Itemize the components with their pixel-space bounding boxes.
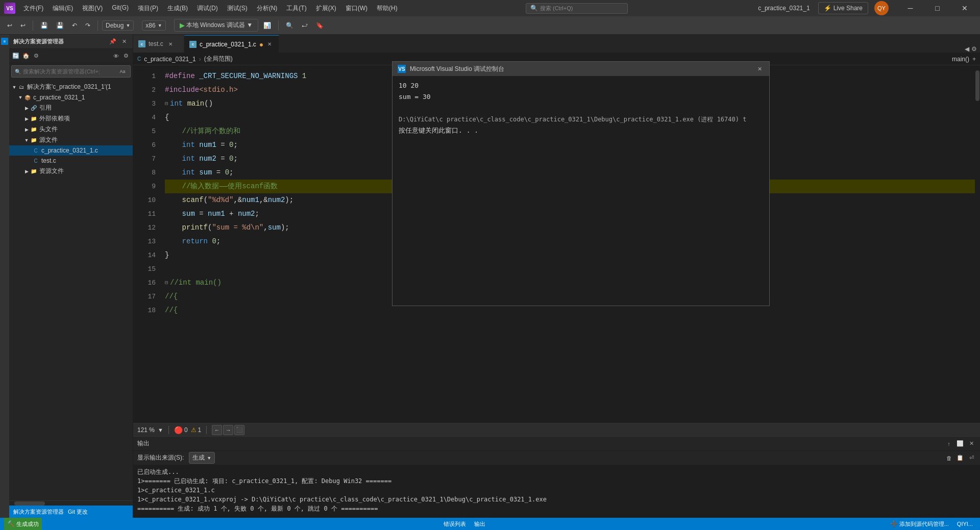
tab-tool-left-btn[interactable]: ◀ (965, 45, 969, 53)
external-deps-item[interactable]: ▶ 📁 外部依赖项 (9, 113, 133, 124)
test-file-item[interactable]: C test.c (9, 156, 133, 166)
status-user[interactable]: QIYI... (954, 518, 976, 530)
solution-explorer: 解决方案资源管理器 📌 ✕ 🔄 🏠 ⚙ 👁 ⚙ 🔍 Aa (9, 35, 133, 518)
toolbar-undo-btn[interactable]: ↶ (69, 20, 80, 31)
editor-vscrollbar-thumb[interactable] (975, 70, 979, 101)
toolbar-nav-btn[interactable]: ⮐ (299, 20, 311, 31)
nav-next-btn[interactable]: → (223, 425, 233, 435)
tab-c-practice[interactable]: c c_practice_0321_1.c ● ✕ (184, 35, 279, 53)
nav-prev-btn[interactable]: ← (212, 425, 222, 435)
toolbar-forward-btn[interactable]: ↩ (17, 20, 29, 31)
menu-file[interactable]: 文件(F) (19, 2, 47, 15)
debug-console-close[interactable]: ✕ (755, 64, 764, 73)
maximize-button[interactable]: □ (926, 0, 949, 16)
menu-tools[interactable]: 工具(T) (282, 2, 310, 15)
toolbar-properties-btn[interactable]: ⚙ (121, 52, 131, 61)
menu-window[interactable]: 窗口(W) (341, 2, 372, 15)
menu-edit[interactable]: 编辑(E) (48, 2, 77, 15)
editor-vscrollbar[interactable] (975, 65, 980, 423)
nav-extra-btn[interactable]: ⬛ (234, 425, 244, 435)
breadcrumb-function[interactable]: main() (952, 56, 969, 63)
output-word-wrap-btn[interactable]: ⏎ (967, 453, 976, 463)
fold-icon-3[interactable]: ⊟ (165, 97, 168, 111)
output-copy-btn[interactable]: 📋 (955, 453, 965, 463)
user-label: QIYI... (957, 521, 973, 527)
activity-bar-icon[interactable]: ≡ (1, 38, 8, 45)
warning-indicator[interactable]: ⚠ 1 (191, 426, 202, 434)
tab-test-c[interactable]: c test.c ✕ (133, 35, 184, 53)
output-source-dropdown[interactable]: 生成 ▼ (189, 452, 215, 464)
project-item[interactable]: ▼ 📦 c_practice_0321_1 (9, 92, 133, 103)
minimize-button[interactable]: ─ (899, 0, 922, 16)
menu-test[interactable]: 测试(S) (223, 2, 252, 15)
toolbar-home-btn[interactable]: 🏠 (21, 52, 31, 61)
platform-dropdown[interactable]: x86 ▼ (142, 20, 165, 31)
menu-help[interactable]: 帮助(H) (373, 2, 402, 15)
comma-10: ,& (233, 193, 242, 207)
comment-16: //int main() (170, 276, 222, 290)
breadcrumb-scope[interactable]: (全局范围) (204, 55, 233, 63)
user-avatar[interactable]: QY (874, 1, 889, 15)
status-build-success[interactable]: 🔨 生成成功 (4, 518, 42, 530)
bottom-panel-maximize-btn[interactable]: ⬜ (955, 439, 965, 448)
bottom-panel-expand-btn[interactable]: ↑ (944, 439, 953, 448)
panel-close-btn[interactable]: ✕ (119, 37, 129, 46)
source-files-item[interactable]: ▼ 📁 源文件 (9, 135, 133, 145)
toolbar-performance-btn[interactable]: 📊 (260, 20, 274, 31)
fn-scanf: scanf (182, 193, 204, 207)
scrollbar-thumb[interactable] (14, 501, 45, 506)
solution-search-bar[interactable]: 🔍 Aa (11, 65, 131, 78)
toolbar-sync-btn[interactable]: 🔄 (11, 52, 20, 61)
header-files-item[interactable]: ▶ 📁 头文件 (9, 124, 133, 135)
debug-console-header: VS Microsoft Visual Studio 调试控制台 ✕ (393, 62, 769, 76)
toolbar-find-btn[interactable]: 🔍 (283, 20, 297, 31)
search-case-btn[interactable]: Aa (118, 67, 127, 76)
solution-explorer-header: 解决方案资源管理器 📌 ✕ (9, 35, 133, 49)
menu-extensions[interactable]: 扩展(X) (312, 2, 340, 15)
line-num-3: 3 (133, 97, 156, 111)
menu-analyze[interactable]: 分析(N) (253, 2, 282, 15)
resource-files-item[interactable]: ▶ 📁 资源文件 (9, 166, 133, 176)
toolbar-save-all-btn[interactable]: 💾 (53, 20, 67, 31)
bottom-panel-close-btn[interactable]: ✕ (967, 439, 976, 448)
c-practice-file-item[interactable]: C c_practice_0321_1.c (9, 145, 133, 156)
error-indicator[interactable]: 🔴 0 (174, 426, 188, 434)
menu-git[interactable]: Git(G) (108, 2, 133, 15)
toolbar-back-btn[interactable]: ↩ (4, 20, 15, 31)
run-button[interactable]: ▶ 本地 Windows 调试器 ▼ (174, 19, 259, 32)
line-num-16: 16 (133, 276, 156, 290)
debug-config-dropdown[interactable]: Debug ▼ (102, 20, 134, 31)
menu-view[interactable]: 视图(V) (78, 2, 107, 15)
tab-tool-settings-btn[interactable]: ⚙ (971, 45, 977, 53)
toolbar-save-btn[interactable]: 💾 (37, 20, 51, 31)
menu-build[interactable]: 生成(B) (163, 2, 192, 15)
output-clear-btn[interactable]: 🗑 (944, 453, 953, 463)
breadcrumb-expand-btn[interactable]: + (972, 56, 976, 63)
status-add-vcs[interactable]: ➕ 添加到源代码管理... (887, 518, 952, 530)
warning-count: 1 (198, 426, 202, 434)
solution-search-input[interactable] (23, 68, 100, 74)
solution-bottom-tab-2[interactable]: Git 更改 (68, 508, 88, 516)
panel-pin-btn[interactable]: 📌 (108, 37, 117, 46)
close-button[interactable]: ✕ (953, 0, 976, 16)
status-error-list-tab[interactable]: 错误列表 (440, 518, 469, 530)
zoom-dropdown[interactable]: ▼ (158, 427, 163, 433)
status-output-tab[interactable]: 输出 (471, 518, 488, 530)
solution-bottom-tab-1[interactable]: 解决方案资源管理器 (13, 508, 64, 516)
live-share-button[interactable]: ⚡ Live Share (818, 2, 868, 14)
output-line-2: 1>======= 已启动生成: 项目: c_practice_0321_1, … (137, 476, 976, 486)
breadcrumb-sep1: › (199, 56, 201, 63)
solution-root-item[interactable]: ▼ 🗂 解决方案'c_practice_0321_1'(1 (9, 82, 133, 92)
toolbar-filter-btn[interactable]: ⚙ (32, 52, 41, 61)
breadcrumb-project[interactable]: c_practice_0321_1 (144, 56, 195, 63)
menu-project[interactable]: 项目(P) (134, 2, 162, 15)
tab-c-practice-close[interactable]: ✕ (265, 40, 274, 48)
toolbar-bookmark-btn[interactable]: 🔖 (313, 20, 327, 31)
fold-icon-16[interactable]: ⊟ (165, 276, 168, 290)
toolbar-show-all-btn[interactable]: 👁 (111, 52, 120, 61)
references-item[interactable]: ▶ 🔗 引用 (9, 103, 133, 113)
menu-debug[interactable]: 调试(D) (193, 2, 222, 15)
title-search[interactable]: 🔍 搜索 (Ctrl+Q) (526, 3, 628, 14)
tab-test-c-close[interactable]: ✕ (166, 40, 175, 48)
toolbar-redo-btn[interactable]: ↷ (82, 20, 93, 31)
